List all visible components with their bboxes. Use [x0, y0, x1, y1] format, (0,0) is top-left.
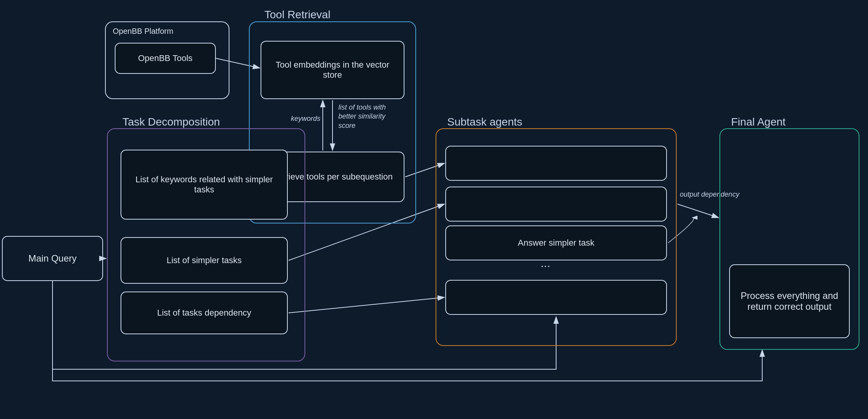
process-everything-box: Process everything and return correct ou… [729, 264, 850, 338]
task-decomp-label: Task Decomposition [122, 116, 220, 128]
openbb-platform-label: OpenBB Platform [113, 27, 173, 36]
subtask-row-2 [445, 187, 667, 222]
list-of-tools-arrow-label: list of tools with better similarity sco… [338, 103, 401, 130]
simpler-tasks-box: List of simpler tasks [121, 237, 288, 284]
svg-line-10 [677, 204, 719, 218]
tasks-dep-box: List of tasks dependency [121, 292, 288, 334]
keywords-text: List of keywords related with simpler ta… [127, 175, 282, 195]
simpler-tasks-text: List of simpler tasks [166, 255, 242, 265]
subtask-row-4 [445, 280, 667, 315]
diagram-container: Tool Retrieval Task Decomposition Subtas… [0, 0, 868, 419]
subtask-row-answer: Answer simpler task [445, 225, 667, 260]
openbb-tools-box: OpenBB Tools [115, 43, 216, 74]
tool-retrieval-label: Tool Retrieval [264, 9, 331, 21]
svg-line-9 [289, 297, 444, 313]
final-agent-label: Final Agent [731, 116, 786, 128]
subtask-answer-text: Answer simpler task [518, 238, 595, 248]
subtask-dots: ... [541, 257, 550, 270]
tool-embeddings-box: Tool embeddings in the vector store [261, 41, 404, 99]
process-everything-text: Process everything and return correct ou… [735, 290, 844, 312]
subtask-row-1 [445, 146, 667, 181]
tasks-dep-text: List of tasks dependency [157, 308, 251, 318]
keywords-box: List of keywords related with simpler ta… [121, 150, 288, 220]
keywords-arrow-label: keywords [291, 115, 320, 123]
subtask-agents-label: Subtask agents [447, 116, 522, 128]
main-query-box: Main Query [2, 236, 103, 281]
tool-embeddings-text: Tool embeddings in the vector store [267, 60, 398, 80]
main-query-text: Main Query [28, 253, 77, 264]
openbb-tools-text: OpenBB Tools [138, 53, 192, 63]
